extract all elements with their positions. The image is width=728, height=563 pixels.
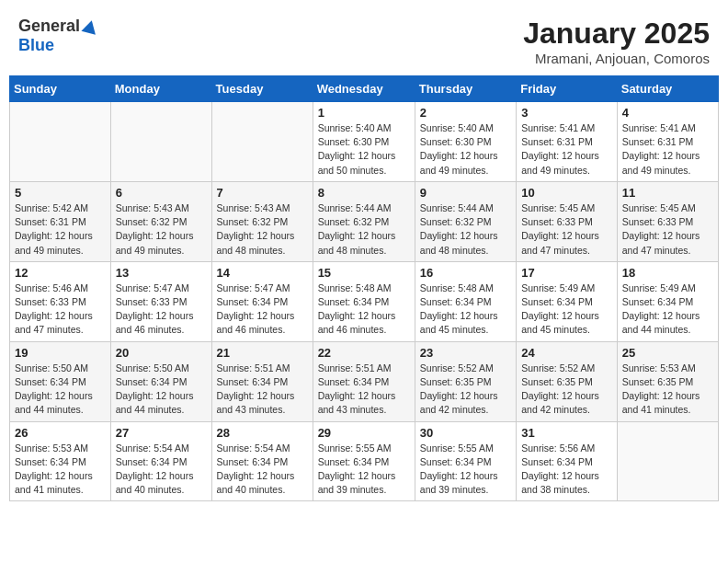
day-number: 11 <box>622 186 713 200</box>
day-info: Sunrise: 5:56 AM Sunset: 6:34 PM Dayligh… <box>521 442 612 498</box>
calendar-cell: 26Sunrise: 5:53 AM Sunset: 6:34 PM Dayli… <box>10 421 111 501</box>
day-number: 15 <box>318 266 410 280</box>
logo-general-text: General <box>18 17 80 36</box>
calendar-cell: 4Sunrise: 5:41 AM Sunset: 6:31 PM Daylig… <box>617 102 718 182</box>
day-number: 29 <box>318 426 410 440</box>
calendar-week-5: 26Sunrise: 5:53 AM Sunset: 6:34 PM Dayli… <box>10 421 719 501</box>
day-info: Sunrise: 5:47 AM Sunset: 6:33 PM Dayligh… <box>116 282 207 338</box>
calendar-cell: 13Sunrise: 5:47 AM Sunset: 6:33 PM Dayli… <box>110 261 211 341</box>
day-number: 10 <box>521 186 612 200</box>
calendar-cell: 29Sunrise: 5:55 AM Sunset: 6:34 PM Dayli… <box>313 421 415 501</box>
calendar-cell <box>10 102 111 182</box>
weekday-header-tuesday: Tuesday <box>211 76 313 102</box>
calendar-cell: 3Sunrise: 5:41 AM Sunset: 6:31 PM Daylig… <box>517 102 618 182</box>
calendar-cell: 16Sunrise: 5:48 AM Sunset: 6:34 PM Dayli… <box>415 261 516 341</box>
calendar-cell: 17Sunrise: 5:49 AM Sunset: 6:34 PM Dayli… <box>517 261 618 341</box>
calendar-cell: 23Sunrise: 5:52 AM Sunset: 6:35 PM Dayli… <box>415 341 516 421</box>
weekday-row: SundayMondayTuesdayWednesdayThursdayFrid… <box>10 76 719 102</box>
day-info: Sunrise: 5:50 AM Sunset: 6:34 PM Dayligh… <box>15 362 106 418</box>
day-info: Sunrise: 5:55 AM Sunset: 6:34 PM Dayligh… <box>318 442 410 498</box>
day-number: 25 <box>622 346 713 360</box>
day-number: 21 <box>217 346 308 360</box>
weekday-header-saturday: Saturday <box>617 76 718 102</box>
calendar-cell: 12Sunrise: 5:46 AM Sunset: 6:33 PM Dayli… <box>10 261 111 341</box>
calendar-cell: 10Sunrise: 5:45 AM Sunset: 6:33 PM Dayli… <box>517 181 618 261</box>
day-number: 26 <box>15 426 106 440</box>
day-info: Sunrise: 5:45 AM Sunset: 6:33 PM Dayligh… <box>521 201 612 258</box>
calendar-cell: 1Sunrise: 5:40 AM Sunset: 6:30 PM Daylig… <box>313 102 415 182</box>
day-info: Sunrise: 5:55 AM Sunset: 6:34 PM Dayligh… <box>420 442 511 498</box>
calendar-cell: 22Sunrise: 5:51 AM Sunset: 6:34 PM Dayli… <box>313 341 415 421</box>
calendar-header: SundayMondayTuesdayWednesdayThursdayFrid… <box>10 76 719 102</box>
day-number: 12 <box>15 266 106 280</box>
day-number: 3 <box>521 106 612 120</box>
day-number: 1 <box>318 106 410 120</box>
calendar-cell <box>110 102 211 182</box>
calendar-cell <box>617 421 718 501</box>
day-number: 23 <box>420 346 511 360</box>
day-info: Sunrise: 5:54 AM Sunset: 6:34 PM Dayligh… <box>217 442 308 498</box>
day-info: Sunrise: 5:51 AM Sunset: 6:34 PM Dayligh… <box>318 362 410 418</box>
day-info: Sunrise: 5:47 AM Sunset: 6:34 PM Dayligh… <box>217 282 308 338</box>
day-number: 24 <box>521 346 612 360</box>
day-info: Sunrise: 5:46 AM Sunset: 6:33 PM Dayligh… <box>15 282 106 338</box>
day-info: Sunrise: 5:52 AM Sunset: 6:35 PM Dayligh… <box>420 362 511 418</box>
day-number: 19 <box>15 346 106 360</box>
day-info: Sunrise: 5:48 AM Sunset: 6:34 PM Dayligh… <box>318 282 410 338</box>
location-title: Mramani, Anjouan, Comoros <box>523 51 710 66</box>
day-info: Sunrise: 5:44 AM Sunset: 6:32 PM Dayligh… <box>318 201 410 258</box>
day-info: Sunrise: 5:43 AM Sunset: 6:32 PM Dayligh… <box>116 201 207 258</box>
calendar-cell: 21Sunrise: 5:51 AM Sunset: 6:34 PM Dayli… <box>211 341 313 421</box>
day-number: 31 <box>521 426 612 440</box>
day-number: 22 <box>318 346 410 360</box>
day-info: Sunrise: 5:48 AM Sunset: 6:34 PM Dayligh… <box>420 282 511 338</box>
day-info: Sunrise: 5:52 AM Sunset: 6:35 PM Dayligh… <box>521 362 612 418</box>
day-info: Sunrise: 5:45 AM Sunset: 6:33 PM Dayligh… <box>622 201 713 258</box>
day-info: Sunrise: 5:50 AM Sunset: 6:34 PM Dayligh… <box>116 362 207 418</box>
day-info: Sunrise: 5:42 AM Sunset: 6:31 PM Dayligh… <box>15 201 106 258</box>
day-info: Sunrise: 5:51 AM Sunset: 6:34 PM Dayligh… <box>217 362 308 418</box>
title-block: January 2025 Mramani, Anjouan, Comoros <box>523 17 710 66</box>
calendar-cell: 11Sunrise: 5:45 AM Sunset: 6:33 PM Dayli… <box>617 181 718 261</box>
calendar-table: SundayMondayTuesdayWednesdayThursdayFrid… <box>9 75 719 501</box>
page-header: General Blue January 2025 Mramani, Anjou… <box>9 9 719 72</box>
calendar-cell: 25Sunrise: 5:53 AM Sunset: 6:35 PM Dayli… <box>617 341 718 421</box>
day-number: 13 <box>116 266 207 280</box>
day-number: 14 <box>217 266 308 280</box>
calendar-cell: 30Sunrise: 5:55 AM Sunset: 6:34 PM Dayli… <box>415 421 516 501</box>
day-number: 7 <box>217 186 308 200</box>
calendar-cell: 27Sunrise: 5:54 AM Sunset: 6:34 PM Dayli… <box>110 421 211 501</box>
calendar-week-4: 19Sunrise: 5:50 AM Sunset: 6:34 PM Dayli… <box>10 341 719 421</box>
calendar-week-1: 1Sunrise: 5:40 AM Sunset: 6:30 PM Daylig… <box>10 102 719 182</box>
day-number: 2 <box>420 106 511 120</box>
calendar-cell: 8Sunrise: 5:44 AM Sunset: 6:32 PM Daylig… <box>313 181 415 261</box>
day-info: Sunrise: 5:49 AM Sunset: 6:34 PM Dayligh… <box>622 282 713 338</box>
day-info: Sunrise: 5:53 AM Sunset: 6:35 PM Dayligh… <box>622 362 713 418</box>
day-info: Sunrise: 5:49 AM Sunset: 6:34 PM Dayligh… <box>521 282 612 338</box>
day-info: Sunrise: 5:53 AM Sunset: 6:34 PM Dayligh… <box>15 442 106 498</box>
day-info: Sunrise: 5:43 AM Sunset: 6:32 PM Dayligh… <box>217 201 308 258</box>
logo-triangle-icon <box>82 18 99 35</box>
month-title: January 2025 <box>523 17 710 51</box>
day-info: Sunrise: 5:40 AM Sunset: 6:30 PM Dayligh… <box>318 121 410 178</box>
day-number: 6 <box>116 186 207 200</box>
calendar-cell: 24Sunrise: 5:52 AM Sunset: 6:35 PM Dayli… <box>517 341 618 421</box>
weekday-header-monday: Monday <box>110 76 211 102</box>
day-number: 18 <box>622 266 713 280</box>
day-number: 20 <box>116 346 207 360</box>
calendar-cell: 14Sunrise: 5:47 AM Sunset: 6:34 PM Dayli… <box>211 261 313 341</box>
day-number: 17 <box>521 266 612 280</box>
calendar-cell <box>211 102 313 182</box>
calendar-cell: 2Sunrise: 5:40 AM Sunset: 6:30 PM Daylig… <box>415 102 516 182</box>
day-info: Sunrise: 5:44 AM Sunset: 6:32 PM Dayligh… <box>420 201 511 258</box>
calendar-body: 1Sunrise: 5:40 AM Sunset: 6:30 PM Daylig… <box>10 102 719 501</box>
calendar-cell: 5Sunrise: 5:42 AM Sunset: 6:31 PM Daylig… <box>10 181 111 261</box>
weekday-header-thursday: Thursday <box>415 76 516 102</box>
calendar-cell: 31Sunrise: 5:56 AM Sunset: 6:34 PM Dayli… <box>517 421 618 501</box>
logo: General Blue <box>18 17 97 55</box>
day-info: Sunrise: 5:41 AM Sunset: 6:31 PM Dayligh… <box>521 121 612 178</box>
calendar-cell: 19Sunrise: 5:50 AM Sunset: 6:34 PM Dayli… <box>10 341 111 421</box>
calendar-cell: 28Sunrise: 5:54 AM Sunset: 6:34 PM Dayli… <box>211 421 313 501</box>
day-number: 9 <box>420 186 511 200</box>
calendar-cell: 18Sunrise: 5:49 AM Sunset: 6:34 PM Dayli… <box>617 261 718 341</box>
